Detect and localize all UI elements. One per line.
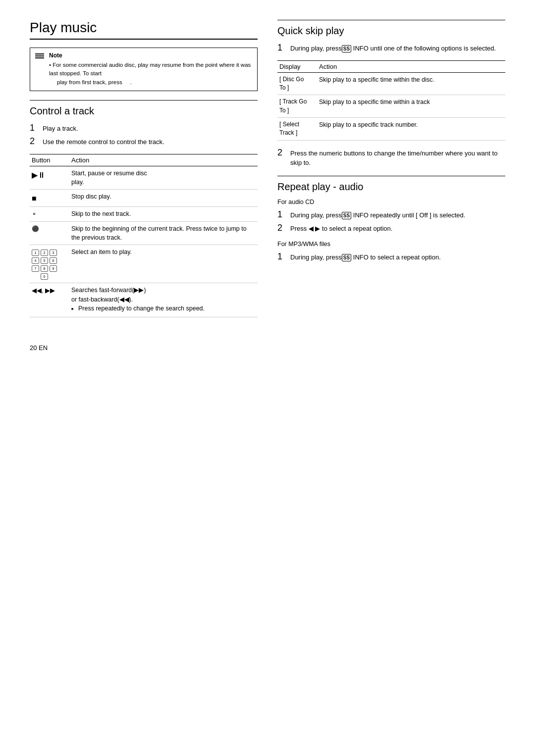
quick-skip-step-number-2: 2 bbox=[277, 148, 286, 158]
key-6: 6 bbox=[50, 257, 57, 264]
action-stop: Stop disc play. bbox=[69, 190, 258, 207]
repeat-audio-step-number-2: 2 bbox=[277, 223, 286, 233]
qs-col-display: Display bbox=[277, 60, 317, 72]
key-9: 9 bbox=[50, 265, 57, 272]
table-row: ◀◀, ▶▶ Searches fast-forward(▶▶)or fast-… bbox=[30, 283, 258, 317]
control-track-title: Control a track bbox=[30, 100, 258, 117]
note-indent: play from first track, press . bbox=[49, 78, 252, 87]
qs-col-action: Action bbox=[317, 60, 505, 72]
button-symbol-prev: ⚫ bbox=[30, 221, 69, 245]
step-number-1: 1 bbox=[30, 123, 39, 133]
table-row: [ Track GoTo ] Skip play to a specific t… bbox=[277, 95, 505, 118]
table-row: ⚬ Skip to the next track. bbox=[30, 207, 258, 221]
quick-skip-step-text-2: Press the numeric buttons to change the … bbox=[290, 148, 505, 168]
control-track-table: Button Action ▶⏸ Start, pause or resume … bbox=[30, 154, 258, 318]
info-button-ss-3: SS bbox=[342, 254, 351, 261]
repeat-audio-step-1: 1 During play, pressSS INFO repeatedly u… bbox=[277, 209, 505, 220]
action-play: Start, pause or resume discplay. bbox=[69, 166, 258, 189]
quick-skip-step-2: 2 Press the numeric buttons to change th… bbox=[277, 148, 505, 168]
qs-action-3: Skip play to a specific track number. bbox=[317, 118, 505, 141]
repeat-mp3-steps: 1 During play, pressSS INFO to select a … bbox=[277, 252, 505, 262]
table-row: ⚫ Skip to the beginning of the current t… bbox=[30, 221, 258, 245]
button-symbol-keypad: 1 2 3 4 5 6 7 8 9 0 bbox=[30, 245, 69, 283]
qs-action-1: Skip play to a specific time within the … bbox=[317, 72, 505, 95]
button-symbol-skip: ⚬ bbox=[30, 207, 69, 221]
button-symbol-stop: ■ bbox=[30, 190, 69, 207]
repeat-audio-step-2: 2 Press ◀ ▶ to select a repeat option. bbox=[277, 223, 505, 234]
key-1: 1 bbox=[32, 250, 39, 256]
repeat-audio-step-text-2: Press ◀ ▶ to select a repeat option. bbox=[290, 223, 392, 234]
table-row: ▶⏸ Start, pause or resume discplay. bbox=[30, 166, 258, 189]
quick-skip-title: Quick skip play bbox=[277, 20, 505, 37]
ff-bullet-list: Press repeatedly to change the search sp… bbox=[71, 304, 255, 313]
for-mp3-label: For MP3/WMA files bbox=[277, 241, 505, 248]
key-7: 7 bbox=[32, 265, 39, 272]
step-number-2: 2 bbox=[30, 136, 39, 147]
qs-display-1: [ Disc GoTo ] bbox=[277, 72, 317, 95]
action-ff: Searches fast-forward(▶▶)or fast-backwar… bbox=[69, 283, 258, 317]
note-box: Note • For some commercial audio disc, p… bbox=[30, 48, 258, 91]
note-icon bbox=[35, 53, 44, 58]
qs-display-2: [ Track GoTo ] bbox=[277, 95, 317, 118]
note-content: Note • For some commercial audio disc, p… bbox=[49, 52, 252, 87]
right-column: Quick skip play 1 During play, pressSS I… bbox=[277, 20, 505, 324]
key-2: 2 bbox=[41, 250, 48, 256]
page-title: Play music bbox=[30, 20, 258, 40]
for-audio-cd-label: For audio CD bbox=[277, 199, 505, 205]
repeat-play-title: Repeat play - audio bbox=[277, 176, 505, 193]
quick-skip-steps: 1 During play, pressSS INFO until one of… bbox=[277, 43, 505, 53]
note-title: Note bbox=[49, 52, 252, 59]
action-skip: Skip to the next track. bbox=[69, 207, 258, 221]
action-prev: Skip to the beginning of the current tra… bbox=[69, 221, 258, 245]
repeat-audio-steps: 1 During play, pressSS INFO repeatedly u… bbox=[277, 209, 505, 234]
quick-skip-step-1: 1 During play, pressSS INFO until one of… bbox=[277, 43, 505, 53]
info-button-ss: SS bbox=[342, 45, 351, 52]
col-header-action: Action bbox=[69, 154, 258, 166]
control-track-step-2: 2 Use the remote control to control the … bbox=[30, 136, 258, 147]
key-5: 5 bbox=[41, 257, 48, 264]
note-bullet: • For some commercial audio disc, play m… bbox=[49, 62, 251, 76]
table-row: [ Disc GoTo ] Skip play to a specific ti… bbox=[277, 72, 505, 95]
control-track-steps: 1 Play a track. 2 Use the remote control… bbox=[30, 123, 258, 147]
table-row: [ SelectTrack ] Skip play to a specific … bbox=[277, 118, 505, 141]
page-number: 20 EN bbox=[30, 344, 48, 352]
quick-skip-step-text-1: During play, pressSS INFO until one of t… bbox=[290, 43, 496, 53]
repeat-audio-step-text-1: During play, pressSS INFO repeatedly unt… bbox=[290, 209, 465, 220]
keypad-icon: 1 2 3 4 5 6 7 8 9 0 bbox=[32, 250, 57, 280]
table-row: 1 2 3 4 5 6 7 8 9 0 Select an item to pl bbox=[30, 245, 258, 283]
step-text-2: Use the remote control to control the tr… bbox=[43, 136, 164, 147]
quick-skip-step-number-1: 1 bbox=[277, 43, 286, 53]
col-header-button: Button bbox=[30, 154, 69, 166]
action-keypad: Select an item to play. bbox=[69, 245, 258, 283]
qs-display-3: [ SelectTrack ] bbox=[277, 118, 317, 141]
note-text: • For some commercial audio disc, play m… bbox=[49, 61, 252, 87]
repeat-mp3-step-1: 1 During play, pressSS INFO to select a … bbox=[277, 252, 505, 262]
ff-bullet-item: Press repeatedly to change the search sp… bbox=[78, 304, 255, 313]
repeat-mp3-step-text-1: During play, pressSS INFO to select a re… bbox=[290, 252, 441, 262]
control-track-step-1: 1 Play a track. bbox=[30, 123, 258, 134]
qs-action-2: Skip play to a specific time within a tr… bbox=[317, 95, 505, 118]
key-3: 3 bbox=[50, 250, 57, 256]
key-0: 0 bbox=[41, 273, 48, 280]
button-symbol-play: ▶⏸ bbox=[30, 166, 69, 189]
info-button-ss-2: SS bbox=[342, 212, 351, 219]
left-column: Play music Note • For some commercial au… bbox=[30, 20, 258, 324]
table-row: ■ Stop disc play. bbox=[30, 190, 258, 207]
button-symbol-ff: ◀◀, ▶▶ bbox=[30, 283, 69, 317]
page-footer: 20 EN bbox=[30, 344, 505, 352]
repeat-mp3-step-number-1: 1 bbox=[277, 252, 286, 262]
quick-skip-table: Display Action [ Disc GoTo ] Skip play t… bbox=[277, 60, 505, 141]
key-4: 4 bbox=[32, 257, 39, 264]
key-8: 8 bbox=[41, 265, 48, 272]
step-text-1: Play a track. bbox=[43, 123, 78, 134]
repeat-audio-step-number-1: 1 bbox=[277, 209, 286, 220]
